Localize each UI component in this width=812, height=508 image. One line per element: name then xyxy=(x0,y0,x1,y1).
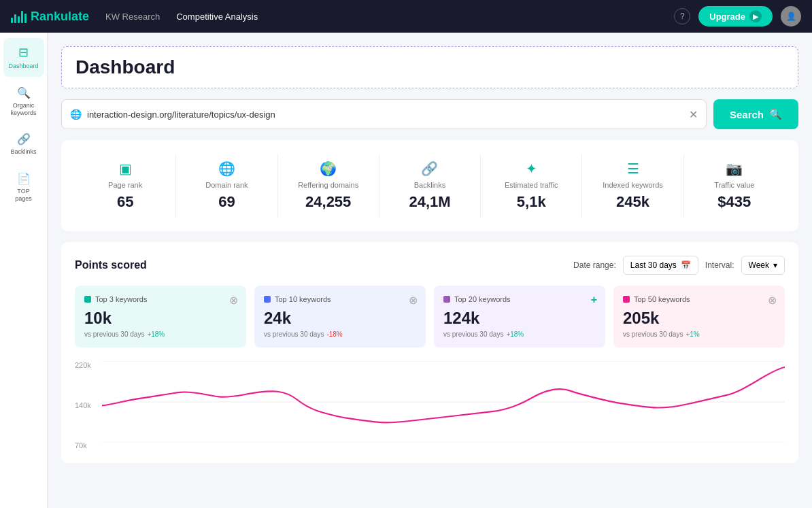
search-label: Search xyxy=(730,109,764,120)
kw-card-top20-header: Top 20 keywords xyxy=(443,295,596,303)
traffic-value-icon: 📷 xyxy=(726,160,743,177)
kw-card-top50-header: Top 50 keywords xyxy=(623,295,775,303)
sidebar: ⊟ Dashboard 🔍 Organic keywords 🔗 Backlin… xyxy=(0,33,48,508)
sidebar-item-top-pages[interactable]: 📄 TOP pages xyxy=(3,165,44,209)
kw-card-top50-label: Top 50 keywords xyxy=(634,295,690,303)
stat-traffic-value: 📷 Traffic value $435 xyxy=(684,154,785,218)
main-content: Dashboard 🌐 ✕ Search 🔍 ▣ Page rank 65 xyxy=(48,33,812,508)
topnav: Rankulate KW Research Competitive Analys… xyxy=(0,0,812,33)
kw-card-top10-header: Top 10 keywords xyxy=(264,295,416,303)
kw-card-top20-add-icon[interactable]: + xyxy=(591,294,597,306)
clear-button[interactable]: ✕ xyxy=(689,108,698,121)
stat-backlinks: 🔗 Backlinks 24,1M xyxy=(379,154,481,218)
chart-y-label-bot: 70k xyxy=(75,441,87,450)
kw-card-top3-change: +18% xyxy=(147,331,165,338)
points-card: Points scored Date range: Last 30 days 📅… xyxy=(61,242,798,463)
kw-card-top3-close-icon[interactable]: ⊗ xyxy=(229,294,238,307)
main-layout: ⊟ Dashboard 🔍 Organic keywords 🔗 Backlin… xyxy=(0,33,812,508)
chart-area: 220k 140k 70k xyxy=(75,361,785,450)
logo[interactable]: Rankulate xyxy=(11,10,89,24)
chart-y-label-mid: 140k xyxy=(75,401,91,409)
kw-card-top10-label: Top 10 keywords xyxy=(275,295,331,303)
kw-card-top10-value: 24k xyxy=(264,309,416,328)
kw-card-top3-sub-text: vs previous 30 days xyxy=(84,331,144,338)
traffic-value-label: Traffic value xyxy=(714,181,754,189)
kw-dot-blue xyxy=(264,296,271,303)
kw-card-top3-value: 10k xyxy=(84,309,237,328)
interval-dropdown[interactable]: Week ▾ xyxy=(741,256,785,275)
kw-card-top20-value: 124k xyxy=(443,309,596,328)
date-range-value: Last 30 days xyxy=(630,260,677,270)
backlinks-stat-icon: 🔗 xyxy=(421,160,438,177)
points-title: Points scored xyxy=(75,259,147,271)
estimated-traffic-label: Estimated traffic xyxy=(505,181,558,189)
sidebar-label-organic-keywords: Organic keywords xyxy=(9,102,39,117)
page-rank-value: 65 xyxy=(117,193,133,211)
page-rank-label: Page rank xyxy=(108,181,142,189)
logo-icon xyxy=(11,10,27,23)
kw-card-top20-sub: vs previous 30 days +18% xyxy=(443,331,596,338)
estimated-traffic-value: 5,1k xyxy=(517,193,546,211)
globe-icon: 🌐 xyxy=(70,109,82,120)
user-avatar[interactable]: 👤 xyxy=(781,6,801,27)
stat-referring-domains: 🌍 Reffering domains 24,255 xyxy=(278,154,379,218)
referring-domains-value: 24,255 xyxy=(305,193,351,211)
upgrade-arrow-icon: ▶ xyxy=(749,10,762,22)
kw-card-top3-header: Top 3 keywords xyxy=(84,295,237,303)
kw-card-top50-value: 205k xyxy=(623,309,775,328)
indexed-keywords-value: 245k xyxy=(616,193,649,211)
sidebar-label-dashboard: Dashboard xyxy=(8,63,38,70)
calendar-icon: 📅 xyxy=(681,260,691,270)
dashboard-title-wrap: Dashboard xyxy=(61,46,798,88)
kw-card-top10-close-icon[interactable]: ⊗ xyxy=(409,294,418,307)
date-range-dropdown[interactable]: Last 30 days 📅 xyxy=(623,256,698,275)
interval-label: Interval: xyxy=(705,260,734,270)
kw-card-top10: Top 10 keywords 24k vs previous 30 days … xyxy=(254,286,426,348)
logo-text: Rankulate xyxy=(31,10,89,24)
points-controls: Date range: Last 30 days 📅 Interval: Wee… xyxy=(573,256,785,275)
kw-card-top3-sub: vs previous 30 days +18% xyxy=(84,331,237,338)
kw-card-top50-change: +1% xyxy=(686,331,699,338)
upgrade-button[interactable]: Upgrade ▶ xyxy=(698,6,773,27)
stats-card: ▣ Page rank 65 🌐 Domain rank 69 🌍 Reffer… xyxy=(61,140,798,231)
nav-competitive-analysis[interactable]: Competitive Analysis xyxy=(176,12,258,22)
chart-svg xyxy=(102,361,785,443)
search-input[interactable] xyxy=(87,109,683,120)
page-title: Dashboard xyxy=(75,56,784,78)
kw-card-top50-sub: vs previous 30 days +1% xyxy=(623,331,775,338)
dashboard-icon: ⊟ xyxy=(18,45,29,60)
sidebar-item-organic-keywords[interactable]: 🔍 Organic keywords xyxy=(3,80,44,124)
kw-card-top20-label: Top 20 keywords xyxy=(454,295,511,303)
kw-card-top3-label: Top 3 keywords xyxy=(95,295,147,303)
search-button[interactable]: Search 🔍 xyxy=(713,99,798,129)
kw-dot-pink xyxy=(623,296,630,303)
kw-card-top50-close-icon[interactable]: ⊗ xyxy=(768,294,777,307)
help-button[interactable]: ? xyxy=(674,8,690,24)
nav-kw-research[interactable]: KW Research xyxy=(105,12,160,22)
upgrade-label: Upgrade xyxy=(709,12,745,22)
chart-y-label-top: 220k xyxy=(75,361,91,369)
kw-card-top50: Top 50 keywords 205k vs previous 30 days… xyxy=(613,286,785,348)
search-input-container: 🌐 ✕ xyxy=(61,99,707,129)
search-icon: 🔍 xyxy=(769,108,782,120)
kw-card-top20-change: +18% xyxy=(506,331,524,338)
date-range-label: Date range: xyxy=(573,260,616,270)
referring-domains-label: Reffering domains xyxy=(298,181,358,189)
kw-cards-row: Top 3 keywords 10k vs previous 30 days +… xyxy=(75,286,785,348)
domain-rank-label: Domain rank xyxy=(205,181,248,189)
kw-card-top10-sub: vs previous 30 days -18% xyxy=(264,331,416,338)
sidebar-label-top-pages: TOP pages xyxy=(9,188,39,203)
kw-card-top10-sub-text: vs previous 30 days xyxy=(264,331,324,338)
sidebar-item-dashboard[interactable]: ⊟ Dashboard xyxy=(3,38,44,77)
stat-page-rank: ▣ Page rank 65 xyxy=(75,154,176,218)
chevron-down-icon: ▾ xyxy=(773,260,777,270)
kw-card-top3: Top 3 keywords 10k vs previous 30 days +… xyxy=(75,286,246,348)
stat-indexed-keywords: ☰ Indexed keywords 245k xyxy=(582,154,683,218)
kw-card-top10-change: -18% xyxy=(326,331,342,338)
backlinks-value: 24,1M xyxy=(409,193,450,211)
top-pages-icon: 📄 xyxy=(17,172,31,185)
search-bar-wrap: 🌐 ✕ Search 🔍 xyxy=(61,99,798,129)
estimated-traffic-icon: ✦ xyxy=(526,160,537,177)
sidebar-item-backlinks[interactable]: 🔗 Backlinks xyxy=(3,126,44,163)
kw-dot-purple xyxy=(443,296,450,303)
